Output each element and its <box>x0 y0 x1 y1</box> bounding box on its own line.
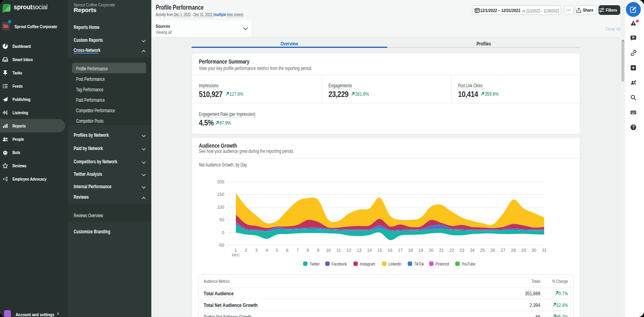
svg-text:3: 3 <box>255 248 258 253</box>
svg-text:15: 15 <box>378 248 382 253</box>
svg-text:17: 17 <box>398 248 403 253</box>
svg-text:1: 1 <box>235 248 237 253</box>
svg-text:12: 12 <box>347 248 351 253</box>
svg-text:50: 50 <box>219 217 224 222</box>
svg-text:11: 11 <box>336 248 341 253</box>
svg-text:-50: -50 <box>218 243 224 247</box>
svg-text:25: 25 <box>480 248 485 253</box>
svg-text:23: 23 <box>460 248 464 253</box>
svg-text:24: 24 <box>470 248 475 253</box>
svg-text:20: 20 <box>429 248 433 253</box>
svg-text:DEC: DEC <box>232 253 240 257</box>
svg-text:18: 18 <box>408 248 413 253</box>
svg-text:29: 29 <box>521 248 526 253</box>
svg-text:10: 10 <box>326 248 331 253</box>
svg-text:200: 200 <box>217 179 224 184</box>
svg-text:100: 100 <box>217 205 224 210</box>
svg-text:27: 27 <box>501 248 506 253</box>
svg-text:31: 31 <box>542 248 547 253</box>
svg-text:6: 6 <box>286 248 289 253</box>
svg-text:19: 19 <box>419 248 423 253</box>
svg-text:7: 7 <box>296 248 299 253</box>
svg-text:22: 22 <box>449 248 454 253</box>
svg-text:?: ? <box>632 125 634 130</box>
svg-text:150: 150 <box>217 192 224 197</box>
svg-text:4: 4 <box>266 248 268 253</box>
svg-text:16: 16 <box>388 248 392 253</box>
svg-text:2: 2 <box>245 248 248 253</box>
svg-text:5: 5 <box>276 248 278 253</box>
svg-text:13: 13 <box>357 248 362 253</box>
svg-text:8: 8 <box>307 248 309 253</box>
svg-text:26: 26 <box>490 248 495 253</box>
svg-text:30: 30 <box>532 248 537 253</box>
svg-text:0: 0 <box>222 230 224 235</box>
svg-text:9: 9 <box>317 248 319 253</box>
svg-text:14: 14 <box>367 248 372 253</box>
svg-text:28: 28 <box>511 248 516 253</box>
svg-text:21: 21 <box>439 248 444 253</box>
